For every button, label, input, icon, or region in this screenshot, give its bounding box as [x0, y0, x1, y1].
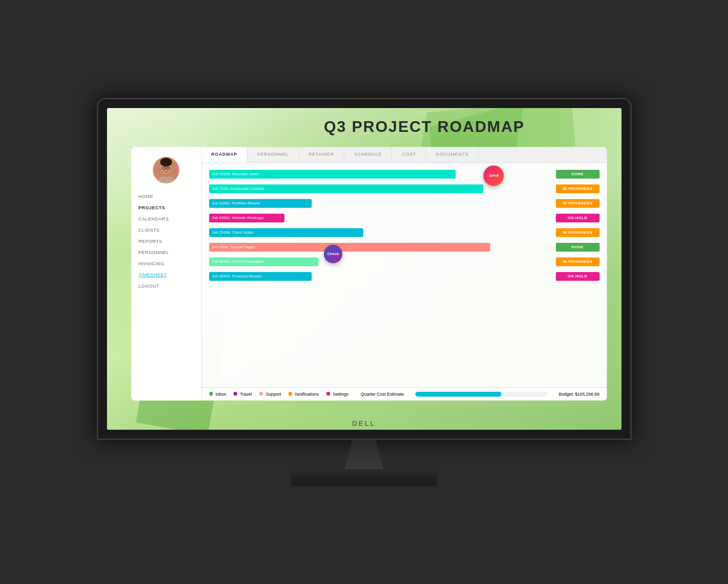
gantt-bar-label-3: Job 33581: Portfolio Review — [212, 201, 261, 205]
inbox-dot — [209, 392, 213, 396]
avatar — [153, 157, 179, 183]
bubble-check-label: Check — [327, 252, 339, 256]
monitor-body: Q3 PROJECT ROADMAP — [97, 98, 632, 440]
gantt-row-5: Job 25698: Client Intake IN PROGRESS — [209, 227, 600, 238]
nav-personnel[interactable]: PERSONNEL — [131, 247, 201, 258]
budget-label: Budget: $105,256.69 — [559, 392, 600, 397]
inbox-item: Inbox — [209, 392, 227, 397]
gantt-area: Job 72358: Recruiter Sales DONE Job 7235… — [202, 163, 607, 387]
avatar-wrapper — [131, 152, 201, 191]
bubble-send[interactable]: Send — [483, 165, 504, 186]
gantt-bar-7: Job 86541: CEO Presentation — [209, 257, 319, 266]
gantt-bar-container-6: Job 4568: Tutorial Pages — [209, 243, 552, 252]
gantt-bar-1: Job 72358: Recruiter Sales — [209, 170, 456, 179]
nav-logout[interactable]: LOGOUT — [131, 280, 201, 292]
status-badge-4: ON HOLD — [556, 214, 600, 222]
gantt-bar-5: Job 25698: Client Intake — [209, 228, 363, 237]
gantt-bar-label-4: Job 33581: Website Redesign — [212, 216, 264, 220]
gantt-row-3: Job 33581: Portfolio Review IN PROGRESS — [209, 198, 600, 209]
status-badge-8: ON HOLD — [556, 272, 600, 281]
gantt-row-6: Job 4568: Tutorial Pages DONE — [209, 242, 600, 253]
tab-roadmap[interactable]: ROADMAP — [202, 147, 248, 163]
svg-rect-6 — [159, 177, 173, 182]
gantt-row-8: Job 98564: Financial Review ON HOLD — [209, 271, 600, 282]
gantt-bar-2: Job 7235: Centennial Contract — [209, 184, 483, 193]
settings-item: Settings — [326, 392, 349, 397]
main-panel: ROADMAP PERSONNEL RETAINER SCHEDULE COST… — [202, 147, 607, 401]
gantt-row-7: Job 86541: CEO Presentation IN PROGRESS — [209, 256, 600, 267]
gantt-row-1: Job 72358: Recruiter Sales DONE — [209, 169, 600, 180]
travel-dot — [233, 392, 237, 396]
cost-label: Quarter Cost Estimate — [361, 392, 404, 397]
status-badge-3: IN PROGRESS — [556, 199, 600, 208]
gantt-bar-label-7: Job 86541: CEO Presentation — [212, 259, 264, 264]
nav-timesheet[interactable]: TIMESHEET — [131, 269, 201, 280]
tab-schedule[interactable]: SCHEDULE — [344, 147, 392, 163]
notifications-item: Notifications — [288, 392, 319, 397]
gantt-bar-container-7: Job 86541: CEO Presentation — [209, 257, 552, 266]
settings-dot — [326, 392, 330, 396]
gantt-bar-container-5: Job 25698: Client Intake — [209, 228, 552, 237]
status-badge-7: IN PROGRESS — [556, 257, 600, 266]
svg-point-2 — [160, 158, 172, 167]
support-dot — [259, 392, 263, 396]
support-label: Support — [266, 392, 282, 397]
status-badge-5: IN PROGRESS — [556, 228, 600, 237]
dell-logo: DELL — [352, 420, 376, 427]
support-item: Support — [259, 392, 281, 397]
tab-cost[interactable]: COST — [392, 147, 426, 163]
screen: Q3 PROJECT ROADMAP — [107, 108, 621, 430]
cost-bar-container — [415, 392, 548, 397]
gantt-bar-4: Job 33581: Website Redesign — [209, 214, 284, 222]
gantt-row-4: Job 33581: Website Redesign ON HOLD — [209, 213, 600, 223]
bubble-check[interactable]: Check — [324, 245, 342, 263]
gantt-bar-8: Job 98564: Financial Review — [209, 272, 312, 281]
tabs-bar: ROADMAP PERSONNEL RETAINER SCHEDULE COST… — [202, 147, 607, 163]
cost-bar-fill — [415, 392, 501, 397]
settings-label: Settings — [333, 392, 349, 397]
status-badge-1: DONE — [556, 170, 600, 179]
tab-documents[interactable]: DOCUMENTS — [426, 147, 479, 163]
nav-clients[interactable]: CLIENTS — [131, 224, 201, 236]
travel-item: Travel — [233, 392, 252, 397]
gantt-row-2: Job 7235: Centennial Contract IN PROGRES… — [209, 183, 600, 194]
content-area: HOME PROJECTS CALENDARS CLIENTS REPORTS … — [131, 147, 607, 401]
travel-label: Travel — [240, 392, 252, 397]
nav-invoicing[interactable]: INVOICING — [131, 258, 201, 269]
tab-retainer[interactable]: RETAINER — [299, 147, 345, 163]
bubble-send-label: Send — [489, 173, 498, 178]
gantt-bar-6: Job 4568: Tutorial Pages — [209, 243, 490, 252]
gantt-bar-label-8: Job 98564: Financial Review — [212, 274, 262, 278]
gantt-bar-container-4: Job 33581: Website Redesign — [209, 214, 552, 222]
nav-projects[interactable]: PROJECTS — [131, 202, 201, 213]
page-title: Q3 PROJECT ROADMAP — [324, 118, 525, 136]
gantt-bar-label-6: Job 4568: Tutorial Pages — [212, 245, 255, 249]
gantt-bar-label-1: Job 72358: Recruiter Sales — [212, 172, 259, 176]
sidebar: HOME PROJECTS CALENDARS CLIENTS REPORTS … — [131, 147, 202, 401]
status-bar: Inbox Travel Support — [202, 387, 607, 401]
gantt-bar-3: Job 33581: Portfolio Review — [209, 199, 312, 208]
status-badge-2: IN PROGRESS — [556, 184, 600, 193]
notifications-label: Notifications — [295, 392, 319, 397]
gantt-bar-label-5: Job 25698: Client Intake — [212, 230, 254, 235]
gantt-bar-container-2: Job 7235: Centennial Contract — [209, 184, 552, 193]
nav-home[interactable]: HOME — [131, 191, 201, 202]
nav-reports[interactable]: REPORTS — [131, 236, 201, 247]
app-container: HOME PROJECTS CALENDARS CLIENTS REPORTS … — [131, 147, 607, 401]
gantt-bar-label-2: Job 7235: Centennial Contract — [212, 186, 265, 191]
notifications-dot — [288, 392, 292, 396]
status-badge-6: DONE — [556, 243, 600, 252]
gantt-bar-container-8: Job 98564: Financial Review — [209, 272, 552, 281]
nav-calendars[interactable]: CALENDARS — [131, 213, 201, 224]
gantt-bar-container-3: Job 33581: Portfolio Review — [209, 199, 552, 208]
inbox-label: Inbox — [215, 392, 226, 397]
monitor-stand-base — [291, 469, 437, 486]
tab-personnel[interactable]: PERSONNEL — [248, 147, 299, 163]
monitor-stand-neck — [345, 440, 384, 469]
monitor: Q3 PROJECT ROADMAP — [97, 98, 632, 486]
